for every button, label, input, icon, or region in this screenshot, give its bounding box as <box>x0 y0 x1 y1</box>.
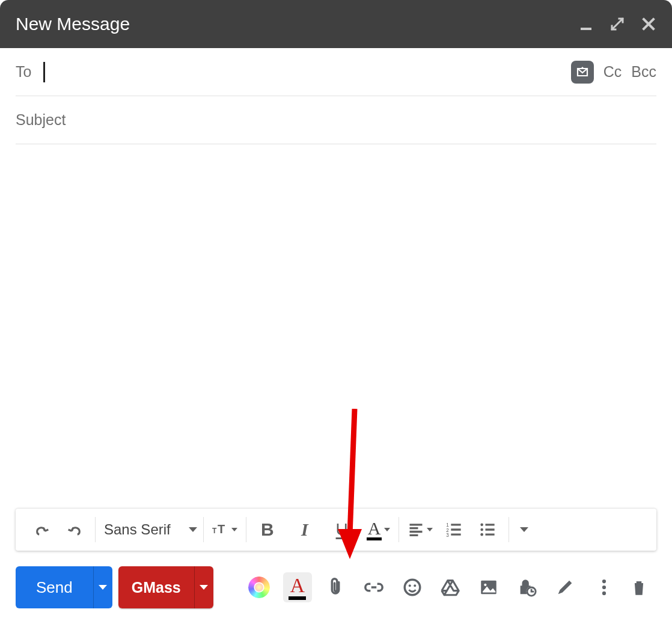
undo-icon <box>34 521 51 538</box>
svg-rect-0 <box>581 28 591 30</box>
caret-down-icon <box>200 585 208 590</box>
color-picker-button[interactable] <box>245 572 273 602</box>
close-button[interactable] <box>641 16 656 32</box>
svg-point-7 <box>481 528 484 531</box>
image-icon <box>478 577 499 598</box>
compose-bottom-bar: Send GMass A <box>0 558 672 624</box>
bold-icon: B <box>261 519 274 540</box>
italic-icon: I <box>301 519 308 540</box>
align-button[interactable] <box>408 517 433 542</box>
gmass-more-button[interactable] <box>194 566 213 608</box>
svg-point-13 <box>484 584 486 586</box>
gmass-button[interactable]: GMass <box>118 566 213 608</box>
to-field-row[interactable]: To Cc Bcc <box>16 48 656 96</box>
svg-point-11 <box>414 584 416 587</box>
trash-icon <box>629 577 649 598</box>
font-family-dropdown[interactable]: Sans Serif <box>98 517 201 542</box>
to-label: To <box>16 63 31 81</box>
svg-point-17 <box>602 586 606 589</box>
insert-photo-button[interactable] <box>474 572 503 602</box>
svg-point-6 <box>481 524 484 527</box>
message-body[interactable] <box>16 150 656 505</box>
lock-clock-icon <box>517 577 537 598</box>
font-family-label: Sans Serif <box>104 521 171 538</box>
svg-point-16 <box>602 580 606 583</box>
paperclip-icon <box>325 577 346 598</box>
window-title: New Message <box>16 14 130 34</box>
undo-button[interactable] <box>30 517 55 542</box>
bottom-right-actions <box>587 572 656 602</box>
compose-window: New Message To Cc Bcc <box>0 0 672 624</box>
subject-input[interactable] <box>16 111 656 129</box>
svg-text:3: 3 <box>447 533 450 538</box>
confidential-mode-button[interactable] <box>513 572 542 602</box>
redo-icon <box>66 521 82 538</box>
caret-down-icon <box>231 528 237 531</box>
gmass-button-label: GMass <box>118 566 194 608</box>
minimize-button[interactable] <box>578 16 594 32</box>
font-size-button[interactable]: TT <box>212 517 237 542</box>
subject-field-row[interactable] <box>16 96 656 144</box>
cc-button[interactable]: Cc <box>603 63 622 81</box>
color-wheel-icon <box>248 577 270 598</box>
svg-text:T: T <box>212 527 217 535</box>
expand-icon <box>610 17 625 31</box>
insert-link-button[interactable] <box>359 572 388 602</box>
close-icon <box>641 17 656 31</box>
caret-down-icon <box>99 585 107 590</box>
formatting-toolbar: Sans Serif TT B I U A <box>16 509 656 551</box>
to-input[interactable] <box>45 63 570 81</box>
gmass-recipient-icon[interactable] <box>571 61 594 84</box>
fullscreen-button[interactable] <box>609 16 625 32</box>
discard-draft-button[interactable] <box>624 572 654 602</box>
insert-emoji-button[interactable] <box>398 572 427 602</box>
caret-down-icon <box>384 528 390 531</box>
link-icon <box>364 577 384 598</box>
numbered-list-button[interactable]: 123 <box>441 517 466 542</box>
bulleted-list-button[interactable] <box>475 517 500 542</box>
svg-point-8 <box>481 533 484 536</box>
bcc-button[interactable]: Bcc <box>631 63 656 81</box>
to-field-extras: Cc Bcc <box>571 61 656 84</box>
caret-down-icon <box>189 527 197 532</box>
envelope-icon <box>575 65 590 79</box>
numbered-list-icon: 123 <box>445 521 462 538</box>
svg-point-18 <box>602 592 606 595</box>
more-options-button[interactable] <box>589 572 619 602</box>
send-button-label: Send <box>16 566 93 608</box>
more-formatting-button[interactable] <box>512 517 537 542</box>
send-more-button[interactable] <box>93 566 112 608</box>
align-left-icon <box>408 521 424 538</box>
svg-point-10 <box>408 584 411 587</box>
svg-text:T: T <box>218 522 225 536</box>
titlebar: New Message <box>0 0 672 48</box>
underline-icon: U <box>336 520 348 539</box>
caret-down-icon <box>520 527 528 532</box>
text-format-icon: A <box>289 575 306 600</box>
font-size-icon: TT <box>212 521 229 538</box>
redo-button[interactable] <box>61 517 87 542</box>
svg-point-9 <box>405 580 420 595</box>
window-controls <box>578 16 656 32</box>
more-vertical-icon <box>594 577 614 598</box>
drive-icon <box>440 577 460 598</box>
caret-down-icon <box>427 528 433 531</box>
underline-button[interactable]: U <box>329 517 355 542</box>
pen-icon <box>555 577 575 598</box>
formatting-options-button[interactable]: A <box>283 572 312 602</box>
bulleted-list-icon <box>479 521 496 538</box>
italic-button[interactable]: I <box>292 517 317 542</box>
bold-button[interactable]: B <box>255 517 280 542</box>
insert-signature-button[interactable] <box>551 572 579 602</box>
minimize-icon <box>579 17 593 31</box>
send-button[interactable]: Send <box>16 566 112 608</box>
insert-drive-button[interactable] <box>436 572 465 602</box>
text-color-icon: A <box>367 519 382 540</box>
emoji-icon <box>402 577 423 598</box>
attach-file-button[interactable] <box>322 572 350 602</box>
text-color-button[interactable]: A <box>367 517 391 542</box>
